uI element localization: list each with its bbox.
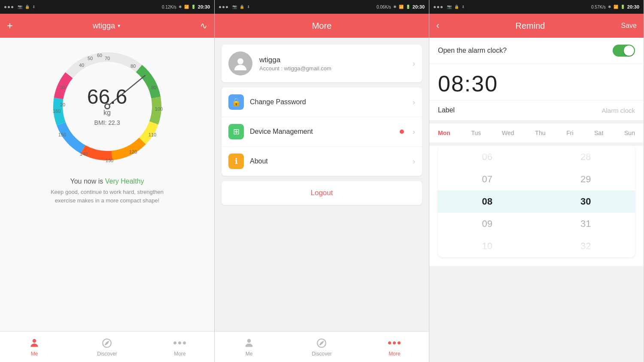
- bmi-value: BMI: 22.3: [87, 119, 127, 126]
- nav-more-label-1: More: [174, 351, 185, 357]
- day-mon[interactable]: Mon: [438, 130, 450, 136]
- min-item-31[interactable]: 31: [537, 213, 635, 235]
- save-button[interactable]: Save: [621, 22, 637, 30]
- svg-text:90: 90: [151, 85, 156, 90]
- profile-info: wtigga Account : wtigga@gmail.com: [259, 56, 406, 72]
- change-password-chevron: ›: [413, 98, 415, 107]
- svg-text:150: 150: [58, 132, 66, 137]
- logout-card[interactable]: Logout: [222, 181, 422, 205]
- hour-item-08[interactable]: 08: [438, 190, 537, 213]
- svg-point-30: [237, 58, 243, 64]
- screen2-title: More: [312, 21, 332, 31]
- svg-text:140: 140: [79, 151, 87, 157]
- remind-content: Open the alarm clock? 08:30 Label Alarm …: [429, 38, 644, 362]
- hour-item-06[interactable]: 06: [438, 146, 537, 168]
- svg-text:80: 80: [130, 63, 135, 69]
- svg-text:60: 60: [97, 53, 102, 58]
- gauge-section: 70 80 90 100 110 120 130 140 150 160 30 …: [0, 38, 214, 171]
- screen3-header: ‹ Remind Save: [429, 14, 644, 38]
- more-icon-1: [174, 337, 186, 349]
- alarm-toggle-label: Open the alarm clock?: [438, 47, 507, 54]
- nav-discover-1[interactable]: Discover: [88, 334, 126, 360]
- day-sun[interactable]: Sun: [624, 130, 635, 136]
- profile-email: Account : wtigga@gmail.com: [259, 65, 406, 72]
- about-label: About: [250, 157, 407, 165]
- days-row: Mon Tus Wed Thu Fri Sat Sun: [429, 124, 644, 146]
- svg-text:30: 30: [60, 85, 65, 90]
- nav-more-2[interactable]: More: [380, 334, 409, 360]
- profile-avatar: [228, 51, 252, 75]
- alarm-toggle-row: Open the alarm clock?: [429, 38, 644, 64]
- username-label: wtigga: [93, 21, 115, 30]
- nav-discover-2[interactable]: Discover: [303, 334, 340, 360]
- status-time-1: 20:30: [198, 4, 210, 9]
- nav-me-2[interactable]: Me: [234, 334, 264, 360]
- status-speed-3: 0.57K/s: [591, 5, 606, 9]
- status-speed-1: 0.12K/s: [162, 5, 176, 9]
- device-badge: [400, 130, 404, 134]
- day-tus[interactable]: Tus: [471, 130, 481, 136]
- day-wed[interactable]: Wed: [502, 130, 514, 136]
- health-status-section: You now is Very Healthy Keep good, conti…: [0, 171, 214, 210]
- health-prefix: You now is: [70, 178, 105, 185]
- info-icon: ℹ: [235, 157, 238, 166]
- hour-item-07[interactable]: 07: [438, 168, 537, 190]
- add-button[interactable]: +: [7, 20, 13, 32]
- profile-card[interactable]: wtigga Account : wtigga@gmail.com ›: [222, 45, 422, 82]
- hour-item-09[interactable]: 09: [438, 213, 537, 235]
- nav-more-1[interactable]: More: [165, 334, 194, 360]
- min-item-32[interactable]: 32: [537, 235, 635, 257]
- status-time-3: 20:30: [627, 4, 639, 9]
- change-password-label: Change Password: [250, 98, 407, 106]
- label-value: Alarm clock: [601, 107, 635, 114]
- svg-text:40: 40: [79, 63, 84, 68]
- minute-picker-col[interactable]: 28 29 30 31 32: [537, 146, 635, 257]
- day-sat[interactable]: Sat: [594, 130, 603, 136]
- remind-title: Remind: [515, 21, 545, 31]
- me-icon-2: [243, 337, 255, 349]
- profile-name: wtigga: [259, 56, 406, 64]
- nav-me-label-2: Me: [246, 351, 253, 357]
- screen-me: 📷 🔒 ⬇ 0.12K/s ✱ 📶 🔋 20:30 + wtigga ▾ ∿: [0, 0, 215, 362]
- status-dots: [4, 6, 13, 8]
- health-subtitle: Keep good, continue to work hard, streng…: [10, 188, 204, 205]
- toggle-knob: [624, 45, 634, 56]
- profile-chevron: ›: [413, 59, 415, 68]
- alarm-toggle[interactable]: [613, 45, 635, 57]
- user-selector[interactable]: wtigga ▾: [93, 21, 120, 30]
- status-dots-2: [219, 6, 228, 8]
- day-thu[interactable]: Thu: [535, 130, 545, 136]
- svg-point-27: [33, 339, 36, 343]
- graph-icon[interactable]: ∿: [200, 21, 207, 31]
- svg-text:50: 50: [87, 56, 92, 61]
- chevron-down-icon: ▾: [118, 23, 120, 29]
- nav-discover-label-1: Discover: [97, 351, 117, 357]
- svg-text:70: 70: [104, 56, 109, 61]
- status-time-2: 20:30: [413, 4, 425, 9]
- nav-me-1[interactable]: Me: [20, 334, 49, 360]
- status-bar-2: 📷 🔒 ⬇ 0.06K/s ✱ 📶 🔋 20:30: [215, 0, 429, 14]
- min-item-30[interactable]: 30: [537, 190, 635, 213]
- svg-text:130: 130: [105, 158, 113, 163]
- menu-item-change-password[interactable]: 🔒 Change Password ›: [222, 87, 422, 117]
- back-button[interactable]: ‹: [436, 20, 439, 31]
- menu-item-about[interactable]: ℹ About ›: [222, 147, 422, 176]
- svg-point-31: [247, 339, 251, 343]
- nav-more-label-2: More: [389, 351, 400, 357]
- min-item-29[interactable]: 29: [537, 168, 635, 190]
- more-icon-2: [389, 337, 401, 349]
- hour-item-10[interactable]: 10: [438, 235, 537, 257]
- day-fri[interactable]: Fri: [566, 130, 573, 136]
- time-display-section: 08:30: [429, 64, 644, 100]
- discover-icon-1: [101, 337, 113, 349]
- alarm-time: 08:30: [438, 71, 635, 97]
- min-item-28[interactable]: 28: [537, 146, 635, 168]
- time-picker[interactable]: 06 07 08 09 10 28 29 30 31 32: [429, 146, 644, 266]
- alarm-label-row[interactable]: Label Alarm clock: [429, 100, 644, 124]
- menu-item-device-management[interactable]: ⊞ Device Management ›: [222, 117, 422, 147]
- status-bar-3: 📷 🔒 ⬇ 0.57K/s ✱ 📶 🔋 20:30: [429, 0, 644, 14]
- hour-picker-col[interactable]: 06 07 08 09 10: [438, 146, 537, 257]
- device-icon-box: ⊞: [228, 124, 244, 139]
- me-icon: [28, 337, 40, 349]
- discover-icon-2: [316, 337, 328, 349]
